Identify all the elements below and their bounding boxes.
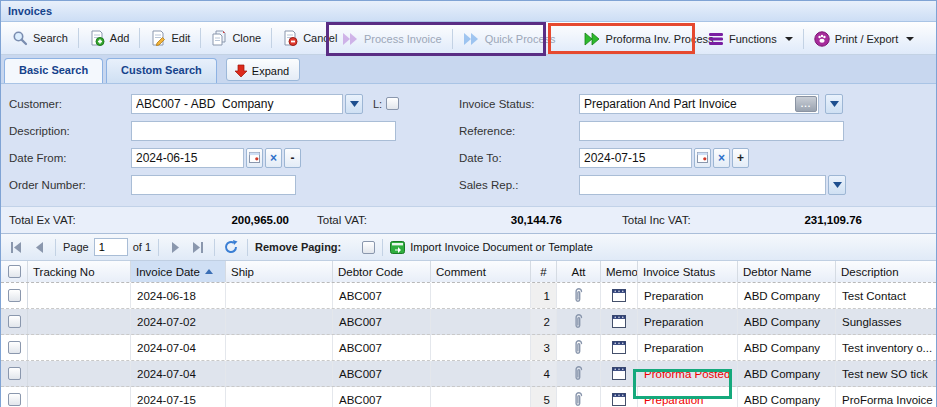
select-all-cell xyxy=(1,261,28,282)
tab-custom-search[interactable]: Custom Search xyxy=(106,58,217,83)
page-label: Page xyxy=(63,241,89,253)
col-comment[interactable]: Comment xyxy=(431,261,531,282)
prev-page-button[interactable] xyxy=(30,238,48,256)
quick-process-button[interactable]: Quick Process xyxy=(456,28,563,50)
date-from-minus-button[interactable]: - xyxy=(284,148,301,168)
col-number[interactable]: # xyxy=(531,261,557,282)
description-input[interactable] xyxy=(131,121,396,141)
invoice-status-input[interactable] xyxy=(579,94,819,114)
date-to-input[interactable] xyxy=(579,148,692,168)
remove-paging-checkbox[interactable] xyxy=(362,241,375,254)
invoice-date-cell: 2024-07-02 xyxy=(131,309,226,334)
description-cell: Sunglasses xyxy=(836,309,936,334)
row-checkbox[interactable] xyxy=(8,315,21,328)
total-inc-vat-label: Total Inc VAT: xyxy=(622,214,722,226)
row-checkbox[interactable] xyxy=(8,341,21,354)
date-to-plus-button[interactable]: + xyxy=(732,148,749,168)
date-from-calendar-button[interactable] xyxy=(246,148,263,168)
customer-input[interactable] xyxy=(131,94,343,114)
totals-bar: Total Ex VAT: 200,965.00 Total VAT: 30,1… xyxy=(1,206,936,234)
table-row[interactable]: 2024-07-02 ABC007 2 Preparation ABD Comp… xyxy=(1,309,936,335)
col-att[interactable]: Att xyxy=(557,261,601,282)
l-label: L: xyxy=(373,98,382,110)
tab-basic-search[interactable]: Basic Search xyxy=(4,58,103,83)
row-checkbox[interactable] xyxy=(8,289,21,302)
import-document-icon xyxy=(390,241,405,254)
paging-separator xyxy=(55,239,56,256)
date-from-clear-button[interactable]: × xyxy=(265,148,282,168)
row-checkbox[interactable] xyxy=(8,367,21,380)
col-debtor-code[interactable]: Debtor Code xyxy=(333,261,431,282)
paging-separator xyxy=(382,239,383,256)
invoice-status-picker-button[interactable]: ... xyxy=(795,96,817,112)
edit-button[interactable]: Edit xyxy=(143,26,197,50)
refresh-button[interactable] xyxy=(222,238,240,256)
col-ship[interactable]: Ship xyxy=(226,261,333,282)
toolbar-separator xyxy=(452,29,453,49)
invoice-status-cell: Preparation xyxy=(638,309,738,334)
row-number-cell: 1 xyxy=(531,283,557,308)
search-tabs: Basic Search Custom Search Expand xyxy=(1,55,936,84)
sales-rep-label: Sales Rep.: xyxy=(459,179,579,191)
attachment-icon[interactable] xyxy=(557,387,601,407)
import-invoice-button[interactable]: Import Invoice Document or Template xyxy=(390,241,593,254)
table-row[interactable]: 2024-07-04 ABC007 4 Proforma Posted ABD … xyxy=(1,361,936,387)
date-to-label: Date To: xyxy=(459,152,579,164)
table-row[interactable]: 2024-06-18 ABC007 1 Preparation ABD Comp… xyxy=(1,283,936,309)
l-checkbox[interactable] xyxy=(386,97,399,110)
debtor-name-cell: ABD Company xyxy=(738,387,836,407)
memo-icon[interactable] xyxy=(601,387,638,407)
total-vat-value: 30,144.76 xyxy=(397,214,562,226)
row-checkbox[interactable] xyxy=(8,393,21,406)
col-invoice-date[interactable]: Invoice Date xyxy=(131,261,226,282)
print-export-button[interactable]: Print / Export xyxy=(807,27,922,51)
col-invoice-status[interactable]: Invoice Status xyxy=(638,261,738,282)
col-memo[interactable]: Memo xyxy=(601,261,638,282)
invoice-status-dropdown-button[interactable] xyxy=(825,94,843,114)
add-button[interactable]: Add xyxy=(82,26,137,50)
table-row[interactable]: 2024-07-15 ABC007 5 Preparation ABD Comp… xyxy=(1,387,936,407)
search-button[interactable]: Search xyxy=(5,26,75,50)
debtor-code-cell: ABC007 xyxy=(333,361,431,386)
toolbar-separator xyxy=(78,28,79,48)
date-to-clear-button[interactable]: × xyxy=(713,148,730,168)
attachment-icon[interactable] xyxy=(557,361,601,386)
table-row[interactable]: 2024-07-04 ABC007 3 Preparation ABD Comp… xyxy=(1,335,936,361)
process-invoice-button[interactable]: Process Invoice xyxy=(335,28,449,50)
grid-header: Tracking No Invoice Date Ship Debtor Cod… xyxy=(1,261,936,283)
toolbar-separator xyxy=(200,28,201,48)
page-number-input[interactable] xyxy=(94,238,128,256)
invoice-date-cell: 2024-06-18 xyxy=(131,283,226,308)
expand-button[interactable]: Expand xyxy=(226,58,300,81)
invoices-panel: Invoices Search Add Edit Cl xyxy=(0,0,937,407)
sales-rep-input[interactable] xyxy=(579,175,826,195)
order-number-input[interactable] xyxy=(131,175,296,195)
date-from-input[interactable] xyxy=(131,148,244,168)
memo-icon[interactable] xyxy=(601,335,638,360)
memo-icon[interactable] xyxy=(601,283,638,308)
functions-button[interactable]: Functions xyxy=(701,28,800,50)
sales-rep-dropdown-button[interactable] xyxy=(828,175,846,195)
select-all-checkbox[interactable] xyxy=(8,265,21,278)
col-description[interactable]: Description xyxy=(836,261,936,282)
col-debtor-name[interactable]: Debtor Name xyxy=(738,261,836,282)
proforma-process-button[interactable]: Proforma Inv. Process xyxy=(577,28,721,50)
invoice-status-cell: Preparation xyxy=(638,283,738,308)
clone-button[interactable]: Clone xyxy=(204,26,268,50)
attachment-icon[interactable] xyxy=(557,309,601,334)
next-page-button[interactable] xyxy=(166,238,184,256)
main-toolbar: Search Add Edit Clone Ca xyxy=(1,22,936,55)
last-page-button[interactable] xyxy=(189,238,207,256)
reference-input[interactable] xyxy=(579,121,844,141)
customer-dropdown-button[interactable] xyxy=(345,94,363,114)
first-page-button[interactable] xyxy=(7,238,25,256)
tracking-no-cell xyxy=(28,361,131,386)
date-to-calendar-button[interactable] xyxy=(694,148,711,168)
tracking-no-cell xyxy=(28,309,131,334)
order-number-label: Order Number: xyxy=(9,179,131,191)
memo-icon[interactable] xyxy=(601,309,638,334)
memo-icon[interactable] xyxy=(601,361,638,386)
attachment-icon[interactable] xyxy=(557,335,601,360)
col-tracking-no[interactable]: Tracking No xyxy=(28,261,131,282)
attachment-icon[interactable] xyxy=(557,283,601,308)
